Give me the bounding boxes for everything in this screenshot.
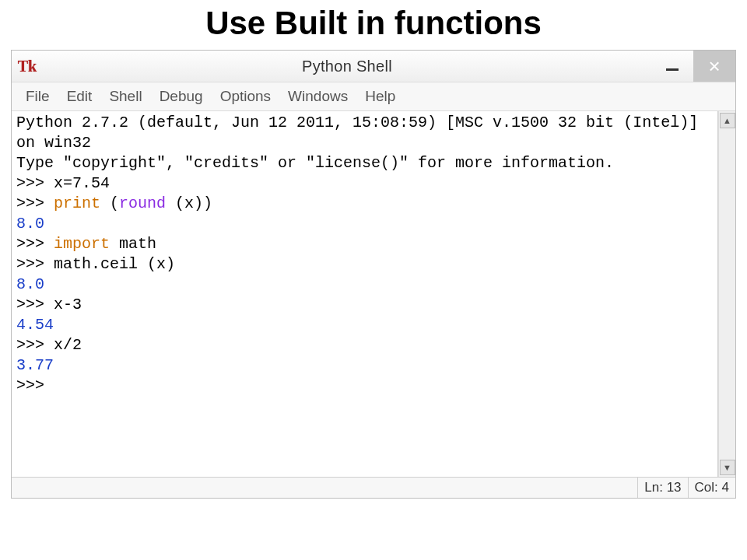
prompt: >>> <box>16 235 54 253</box>
code-text: ( <box>100 194 119 212</box>
code-print: print <box>54 194 100 212</box>
code-line-4: math.ceil (x) <box>54 255 175 273</box>
shell-editor[interactable]: Python 2.7.2 (default, Jun 12 2011, 15:0… <box>12 111 718 477</box>
code-line-1: x=7.54 <box>54 174 110 192</box>
output-line: 8.0 <box>16 275 44 293</box>
code-import: import <box>54 235 110 253</box>
client-area: Python 2.7.2 (default, Jun 12 2011, 15:0… <box>12 111 735 477</box>
status-col: Col: 4 <box>688 478 735 498</box>
menu-windows[interactable]: Windows <box>283 86 352 107</box>
titlebar: Tk Python Shell × <box>12 51 735 82</box>
menu-edit[interactable]: Edit <box>62 86 97 107</box>
vertical-scrollbar[interactable]: ▲ ▼ <box>718 111 735 477</box>
window-title: Python Shell <box>43 51 651 82</box>
scroll-up-button[interactable]: ▲ <box>720 113 735 128</box>
menu-options[interactable]: Options <box>216 86 275 107</box>
menu-bar: File Edit Shell Debug Options Windows He… <box>12 82 735 111</box>
output-line: 3.77 <box>16 356 54 374</box>
code-line-6: x/2 <box>54 336 82 354</box>
banner-line-2: Type "copyright", "credits" or "license(… <box>16 154 614 172</box>
code-text: math <box>110 235 156 253</box>
window-controls: × <box>651 51 735 82</box>
menu-debug[interactable]: Debug <box>155 86 208 107</box>
minimize-button[interactable] <box>651 51 693 82</box>
tk-app-icon: Tk <box>12 51 43 82</box>
code-text: (x)) <box>166 194 212 212</box>
banner-line-1: Python 2.7.2 (default, Jun 12 2011, 15:0… <box>16 114 707 152</box>
status-bar: Ln: 13 Col: 4 <box>12 477 735 498</box>
status-line: Ln: 13 <box>637 478 687 498</box>
menu-help[interactable]: Help <box>360 86 400 107</box>
close-button[interactable]: × <box>693 51 735 82</box>
output-line: 4.54 <box>16 316 54 334</box>
menu-shell[interactable]: Shell <box>104 86 146 107</box>
prompt: >>> <box>16 255 54 273</box>
prompt: >>> <box>16 296 54 313</box>
output-line: 8.0 <box>16 215 44 233</box>
prompt: >>> <box>16 376 54 394</box>
prompt: >>> <box>16 174 54 192</box>
prompt: >>> <box>16 336 54 354</box>
code-round: round <box>119 194 166 212</box>
python-shell-window: Tk Python Shell × File Edit Shell Debug … <box>11 50 736 499</box>
prompt: >>> <box>16 194 54 212</box>
menu-file[interactable]: File <box>21 86 54 107</box>
code-line-5: x-3 <box>54 296 82 313</box>
scroll-down-button[interactable]: ▼ <box>720 460 735 475</box>
page-title: Use Built in functions <box>0 5 747 42</box>
